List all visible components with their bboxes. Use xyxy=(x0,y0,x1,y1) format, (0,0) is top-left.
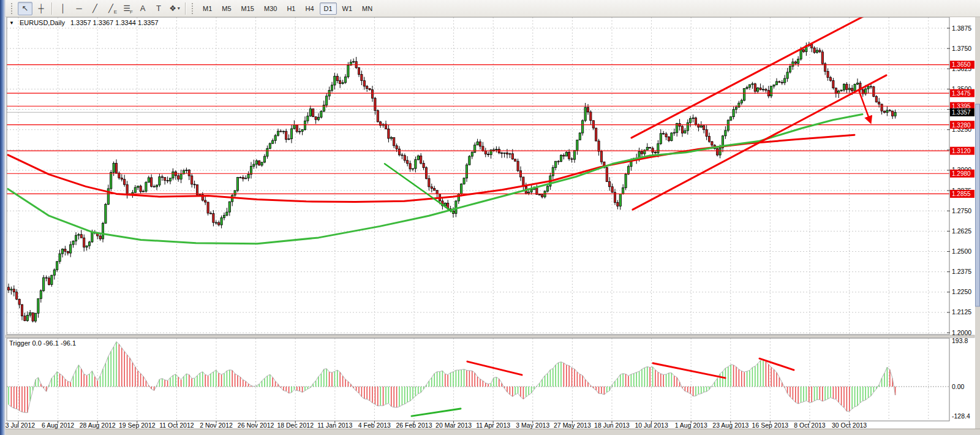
svg-text:26 Nov 2012: 26 Nov 2012 xyxy=(238,422,274,429)
fibonacci-tool-sub-icon: F xyxy=(130,9,133,15)
svg-text:11 Jan 2013: 11 Jan 2013 xyxy=(317,422,352,429)
equidistant-channel-tool-button[interactable]: ╱E xyxy=(104,2,118,15)
equidistant-channel-tool-sub-icon: E xyxy=(114,9,117,15)
crosshair-tool-button[interactable]: ┼ xyxy=(34,2,48,15)
scrollbar-thumb[interactable] xyxy=(976,104,980,306)
svg-text:28 Aug 2012: 28 Aug 2012 xyxy=(80,422,116,429)
svg-text:6 Aug 2012: 6 Aug 2012 xyxy=(42,422,74,429)
toolbar-separator xyxy=(185,2,186,15)
svg-text:1.3357: 1.3357 xyxy=(952,109,971,116)
window-edge xyxy=(0,0,6,435)
svg-text:27 May 2013: 27 May 2013 xyxy=(554,422,591,429)
horizontal-line-tool-button[interactable]: ─ xyxy=(72,2,86,15)
indicator-readout: Trigger 0.0 -96.1 -96.1 xyxy=(9,339,76,347)
svg-text:18 Jun 2013: 18 Jun 2013 xyxy=(594,422,630,429)
timeframe-mn-button[interactable]: MN xyxy=(358,2,377,15)
svg-text:13 Jul 2012: 13 Jul 2012 xyxy=(2,422,35,429)
svg-text:3 May 2013: 3 May 2013 xyxy=(516,422,549,429)
svg-text:1.3120: 1.3120 xyxy=(952,148,971,154)
svg-text:18 Dec 2012: 18 Dec 2012 xyxy=(277,422,314,429)
panel-splitter[interactable] xyxy=(6,335,974,338)
svg-text:4 Feb 2013: 4 Feb 2013 xyxy=(358,422,391,429)
horizontal-line-tool-icon: ─ xyxy=(76,4,81,13)
timeframe-h1-button[interactable]: H1 xyxy=(282,2,300,15)
svg-text:1 Aug 2013: 1 Aug 2013 xyxy=(675,422,707,429)
toolbar: ↖┼│─╱╱E☰FAT❖▾ M1M5M15M30H1H4D1W1MN xyxy=(0,0,980,17)
cursor-tool-button[interactable]: ↖ xyxy=(18,2,32,15)
chevron-down-icon: ▾ xyxy=(178,6,180,11)
equidistant-channel-tool-icon: ╱ xyxy=(108,4,113,13)
text-label-tool-icon: T xyxy=(156,4,161,13)
svg-text:26 Feb 2013: 26 Feb 2013 xyxy=(396,422,432,429)
svg-text:23 Aug 2013: 23 Aug 2013 xyxy=(712,422,748,429)
drawing-tools-group: ↖┼│─╱╱E☰FAT❖▾ xyxy=(17,2,189,15)
svg-text:1.3280: 1.3280 xyxy=(952,122,971,129)
timeframe-m5-button[interactable]: M5 xyxy=(217,2,235,15)
chart-window: 1.38751.37501.36251.35001.33751.32501.31… xyxy=(0,17,980,435)
svg-text:1.2500: 1.2500 xyxy=(952,248,971,255)
svg-text:19 Sep 2012: 19 Sep 2012 xyxy=(119,422,156,429)
svg-text:1.2855: 1.2855 xyxy=(952,191,971,197)
svg-text:11 Oct 2012: 11 Oct 2012 xyxy=(159,422,194,429)
chart-menu-icon[interactable]: ▼ xyxy=(9,20,14,26)
svg-text:-128.4: -128.4 xyxy=(952,412,970,420)
toolbar-separator xyxy=(51,2,53,15)
vertical-line-tool-icon: │ xyxy=(61,4,66,13)
svg-text:1.3875: 1.3875 xyxy=(952,25,971,32)
shapes-tool-icon: ❖ xyxy=(169,4,176,13)
text-tool-icon: A xyxy=(140,4,146,13)
timeframe-h4-button[interactable]: H4 xyxy=(301,2,318,15)
svg-text:0.00: 0.00 xyxy=(952,383,965,390)
svg-text:16 Sep 2013: 16 Sep 2013 xyxy=(752,422,789,429)
svg-text:1.3475: 1.3475 xyxy=(952,90,971,97)
svg-text:1.2250: 1.2250 xyxy=(952,288,971,295)
vertical-line-tool-button[interactable]: │ xyxy=(56,2,70,15)
svg-text:1.2125: 1.2125 xyxy=(952,308,971,316)
text-label-tool-button[interactable]: T xyxy=(151,2,166,15)
timeframe-d1-button[interactable]: D1 xyxy=(320,2,337,15)
svg-text:193.8: 193.8 xyxy=(952,337,968,344)
svg-text:1.3650: 1.3650 xyxy=(952,61,971,68)
chart-canvas[interactable]: 1.38751.37501.36251.35001.33751.32501.31… xyxy=(0,17,980,435)
chart-symbol-period: EURUSD,Daily xyxy=(20,19,65,26)
timeframe-m1-button[interactable]: M1 xyxy=(198,2,216,15)
shapes-tool-button[interactable]: ❖▾ xyxy=(167,2,182,15)
svg-text:1.2375: 1.2375 xyxy=(952,268,971,275)
chart-title: ▼ EURUSD,Daily 1.3357 1.3367 1.3344 1.33… xyxy=(9,19,159,26)
bottom-bar xyxy=(6,429,980,435)
svg-text:1.2750: 1.2750 xyxy=(952,207,971,214)
svg-text:10 Jul 2013: 10 Jul 2013 xyxy=(635,422,668,429)
cursor-tool-icon: ↖ xyxy=(22,4,29,13)
trendline-tool-button[interactable]: ╱ xyxy=(88,2,102,15)
crosshair-tool-icon: ┼ xyxy=(38,4,43,13)
trendline-tool-icon: ╱ xyxy=(92,4,97,13)
trading-terminal-window: ↖┼│─╱╱E☰FAT❖▾ M1M5M15M30H1H4D1W1MN 1.387… xyxy=(0,0,980,435)
timeframe-m30-button[interactable]: M30 xyxy=(260,2,281,15)
svg-text:30 Oct 2013: 30 Oct 2013 xyxy=(832,422,867,429)
fibonacci-tool-icon: ☰ xyxy=(123,4,130,13)
text-tool-button[interactable]: A xyxy=(135,2,150,15)
timeframe-m15-button[interactable]: M15 xyxy=(237,2,258,15)
svg-text:1.2625: 1.2625 xyxy=(952,227,971,235)
svg-text:1.2980: 1.2980 xyxy=(952,170,971,177)
chart-ohlc-readout: 1.3357 1.3367 1.3344 1.3357 xyxy=(70,19,159,26)
svg-text:2 Nov 2012: 2 Nov 2012 xyxy=(200,422,233,429)
timeframes-group: M1M5M15M30H1H4D1W1MN xyxy=(198,2,377,15)
toolbar-grip[interactable] xyxy=(11,3,14,14)
svg-text:20 Mar 2013: 20 Mar 2013 xyxy=(435,422,472,429)
fibonacci-tool-button[interactable]: ☰F xyxy=(119,2,134,15)
timeframe-w1-button[interactable]: W1 xyxy=(338,2,357,15)
svg-text:1.2000: 1.2000 xyxy=(952,329,971,336)
toolbar-grip[interactable] xyxy=(192,3,195,14)
svg-text:11 Apr 2013: 11 Apr 2013 xyxy=(476,422,510,429)
svg-text:1.3750: 1.3750 xyxy=(952,45,971,52)
svg-text:8 Oct 2013: 8 Oct 2013 xyxy=(794,422,826,429)
